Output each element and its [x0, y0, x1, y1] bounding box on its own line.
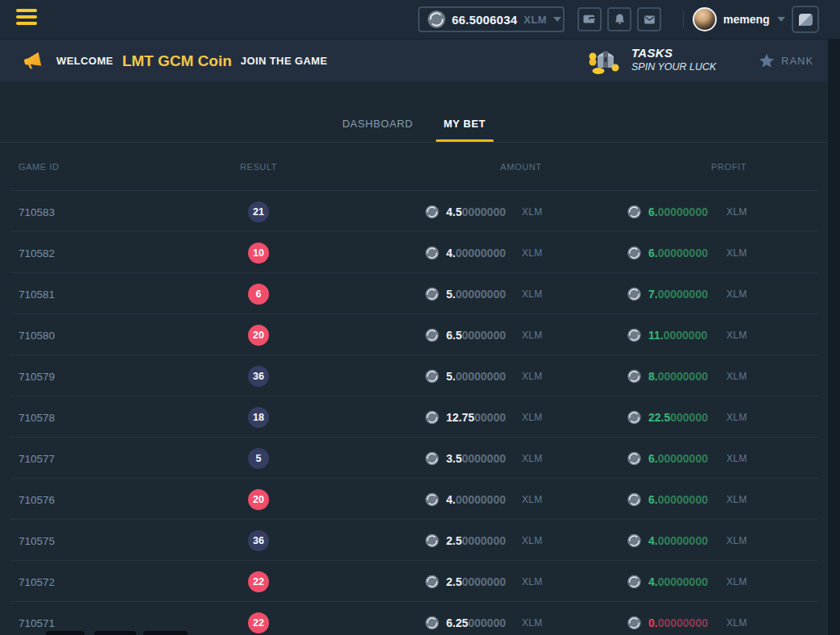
tab-my-bet[interactable]: MY BET: [436, 118, 494, 142]
xlm-coin-icon: [425, 328, 439, 342]
main-content: DASHBOARD MY BET GAME ID RESULT AMOUNT P…: [0, 81, 828, 635]
xlm-coin-icon: [627, 246, 641, 259]
tasks-subtitle: SPIN YOUR LUCK: [631, 61, 716, 74]
result-badge: 20: [248, 489, 269, 510]
xlm-coin-icon: [428, 10, 445, 28]
xlm-coin-icon: [425, 410, 439, 424]
balance-value: 66.5006034: [452, 13, 517, 27]
table-row[interactable]: 710582 10 4.00000000 XLM 6.00000000: [0, 232, 828, 273]
bet-profit: 6.00000000: [627, 246, 708, 259]
treasure-chest-icon: [586, 44, 622, 75]
game-id: 710577: [19, 452, 55, 464]
header-profit: PROFIT: [711, 162, 747, 172]
footer-chip[interactable]: [143, 631, 188, 635]
profit-currency: XLM: [726, 371, 747, 382]
tasks-shortcut[interactable]: TASKS SPIN YOUR LUCK: [586, 44, 716, 75]
table-body: 710583 21 4.50000000 XLM 6.00000000: [0, 191, 828, 635]
bet-profit: 6.00000000: [627, 451, 708, 465]
profit-currency: XLM: [726, 412, 747, 423]
bet-profit: 8.00000000: [627, 369, 708, 383]
chat-icon: [799, 14, 813, 26]
amount-currency: XLM: [522, 494, 543, 505]
menu-hamburger-icon[interactable]: [16, 9, 37, 30]
bell-icon: [613, 13, 627, 27]
profit-currency: XLM: [726, 453, 747, 464]
coin-name: LMT GCM Coin: [122, 52, 232, 70]
balance-selector[interactable]: 66.5006034 XLM: [418, 6, 565, 32]
amount-currency: XLM: [522, 371, 543, 382]
bet-amount: 4.50000000: [425, 205, 506, 218]
table-row[interactable]: 710580 20 6.50000000 XLM 11.0000000: [0, 314, 828, 355]
xlm-coin-icon: [425, 451, 439, 465]
user-menu[interactable]: memeng: [723, 0, 785, 39]
xlm-coin-icon: [627, 616, 641, 629]
game-id: 710580: [19, 329, 55, 341]
table-row[interactable]: 710576 20 4.00000000 XLM 6.00000000: [0, 479, 828, 520]
xlm-coin-icon: [425, 616, 439, 629]
bet-amount: 6.25000000: [425, 616, 506, 629]
amount-currency: XLM: [522, 288, 543, 300]
bet-amount: 6.50000000: [425, 328, 506, 342]
profit-currency: XLM: [726, 247, 747, 259]
bet-profit: 22.5000000: [627, 410, 708, 424]
messages-button[interactable]: [637, 7, 661, 31]
profit-currency: XLM: [726, 494, 747, 505]
xlm-coin-icon: [627, 369, 641, 383]
xlm-coin-icon: [425, 533, 439, 547]
game-id: 710582: [19, 247, 55, 259]
footer-chip[interactable]: [46, 631, 85, 635]
rank-shortcut[interactable]: RANK: [758, 39, 813, 82]
profit-currency: XLM: [726, 206, 747, 218]
bet-profit: 11.0000000: [627, 328, 707, 342]
table-row[interactable]: 710577 5 3.50000000 XLM 6.00000000: [0, 438, 828, 479]
bet-amount: 4.00000000: [425, 492, 506, 506]
xlm-coin-icon: [627, 205, 641, 218]
game-id: 710571: [19, 616, 55, 629]
table-row[interactable]: 710583 21 4.50000000 XLM 6.00000000: [0, 191, 828, 232]
table-row[interactable]: 710581 6 5.00000000 XLM 7.00000000: [0, 273, 828, 314]
result-badge: 5: [248, 448, 269, 469]
result-badge: 36: [248, 366, 269, 387]
chat-button[interactable]: [792, 6, 819, 33]
xlm-coin-icon: [425, 575, 439, 588]
xlm-coin-icon: [627, 287, 641, 301]
table-row[interactable]: 710571 22 6.25000000 XLM 0.00000000: [0, 602, 828, 635]
notifications-button[interactable]: [607, 7, 631, 31]
wallet-button[interactable]: [577, 7, 602, 31]
game-id: 710579: [19, 370, 55, 382]
bet-amount: 5.00000000: [425, 369, 506, 383]
header-result: RESULT: [240, 162, 277, 172]
xlm-coin-icon: [425, 246, 439, 259]
xlm-coin-icon: [627, 533, 641, 547]
result-badge: 22: [248, 571, 269, 592]
tab-dashboard[interactable]: DASHBOARD: [334, 118, 421, 142]
table-row[interactable]: 710578 18 12.7500000 XLM 22.5000000: [0, 396, 828, 438]
bet-profit: 6.00000000: [627, 492, 708, 506]
welcome-message: WELCOME LMT GCM Coin JOIN THE GAME: [56, 39, 328, 82]
table-row[interactable]: 710572 22 2.50000000 XLM 4.00000000: [0, 561, 828, 602]
amount-currency: XLM: [522, 412, 543, 423]
game-id: 710578: [19, 411, 55, 423]
scrollbar-gutter: [828, 39, 840, 635]
xlm-coin-icon: [425, 369, 439, 383]
bet-profit: 4.00000000: [627, 533, 708, 547]
footer-chip[interactable]: [94, 631, 136, 635]
amount-currency: XLM: [522, 576, 543, 587]
xlm-coin-icon: [425, 492, 439, 506]
xlm-coin-icon: [627, 451, 641, 465]
xlm-coin-icon: [425, 287, 439, 301]
amount-currency: XLM: [522, 206, 543, 218]
bet-amount: 2.50000000: [425, 533, 506, 547]
bet-profit: 6.00000000: [627, 205, 708, 218]
table-row[interactable]: 710575 36 2.50000000 XLM 4.00000000: [0, 520, 828, 561]
result-badge: 20: [248, 325, 269, 346]
user-avatar[interactable]: [693, 7, 717, 31]
bet-profit: 7.00000000: [627, 287, 708, 301]
result-badge: 10: [248, 243, 269, 264]
result-badge: 21: [248, 201, 269, 222]
bet-profit: 4.00000000: [627, 575, 708, 588]
bet-amount: 4.00000000: [425, 246, 506, 259]
my-bet-table: GAME ID RESULT AMOUNT PROFIT 710583 21 4…: [0, 143, 828, 635]
table-row[interactable]: 710579 36 5.00000000 XLM 8.00000000: [0, 355, 828, 396]
header-amount: AMOUNT: [500, 162, 541, 172]
